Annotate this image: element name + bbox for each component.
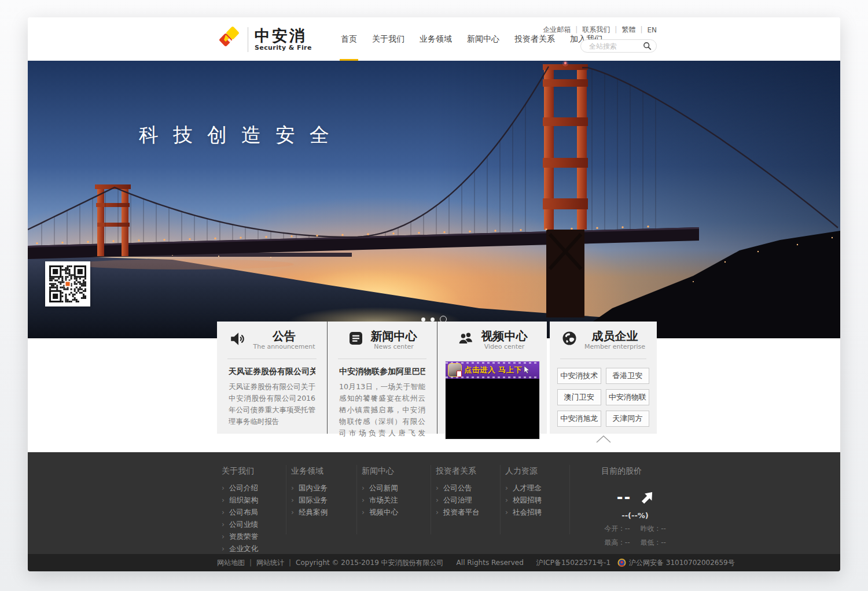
- top-link-mail[interactable]: 企业邮箱: [543, 25, 582, 35]
- logo-subtitle: Security & Fire: [255, 44, 312, 51]
- footer-link[interactable]: 视频中心: [362, 506, 398, 518]
- footer-col-title: 投资者关系: [436, 466, 480, 477]
- search-icon[interactable]: [643, 42, 652, 50]
- footer-link[interactable]: 人才理念: [505, 482, 542, 494]
- footer-link[interactable]: 公司业绩: [222, 518, 258, 530]
- people-icon: [457, 330, 475, 349]
- panel-news-header: 新闻中心 News center: [328, 322, 437, 354]
- announcement-item-title[interactable]: 天风证券股份有限公司关于中..: [229, 367, 315, 377]
- header-top-area: 企业邮箱 联系我们 繁體 EN: [543, 25, 657, 53]
- logo-divider: [248, 27, 248, 52]
- panel-title: 视频中心: [481, 330, 528, 342]
- footer-link[interactable]: 公司新闻: [362, 482, 398, 494]
- nav-item-news[interactable]: 新闻中心: [459, 17, 507, 61]
- nav-item-business[interactable]: 业务领域: [412, 17, 459, 61]
- icp-link[interactable]: 沪ICP备15022571号-1: [536, 558, 610, 568]
- panel-title: 公告: [253, 330, 315, 342]
- footer-link[interactable]: 组织架构: [222, 494, 258, 506]
- member-button-3[interactable]: 澳门卫安: [557, 389, 601, 405]
- panel-group: 公告 The announcement 天风证券股份有限公司关于中.. 天风证券…: [217, 322, 547, 434]
- member-button-6[interactable]: 天津同方: [606, 411, 650, 427]
- panel-subtitle: News center: [371, 343, 417, 350]
- footer-link[interactable]: 公司治理: [436, 494, 480, 506]
- panel-subtitle: The announcement: [253, 343, 315, 350]
- speaker-icon: [229, 330, 247, 350]
- cursor-icon: [524, 365, 529, 376]
- footer-link[interactable]: 校园招聘: [505, 494, 542, 506]
- footer-col-title: 业务领域: [291, 466, 328, 477]
- panel-video: 视频中心 Video center 点击进入 马上下: [437, 322, 547, 434]
- site-stats-link[interactable]: 网站统计: [256, 558, 284, 568]
- stock-prev-close: 昨收 : --: [641, 524, 666, 534]
- footer-link[interactable]: 资质荣誉: [222, 530, 258, 542]
- logo-icon: [217, 26, 241, 53]
- footer-link[interactable]: 企业文化: [222, 542, 258, 555]
- panel-news-body: 中安消物联参加阿里巴巴云栖.. 10月13日，一场关于智能感知的饕餮盛宴在杭州云…: [328, 359, 437, 440]
- carousel-dot-1[interactable]: [421, 317, 425, 322]
- panel-members-header: 成员企业 Member enterprise: [550, 322, 657, 354]
- video-banner-text: 点击进入 马上下: [465, 365, 523, 375]
- chevron-up-icon[interactable]: [596, 435, 611, 443]
- sitemap-link[interactable]: 网站地图: [217, 558, 245, 568]
- footer-col-news: 新闻中心 公司新闻 市场关注 视频中心: [362, 466, 398, 518]
- security-record-link[interactable]: 沪公网安备 31010702002659号: [629, 558, 735, 568]
- footer-link[interactable]: 公司公告: [436, 482, 480, 494]
- top-links: 企业邮箱 联系我们 繁體 EN: [543, 25, 657, 35]
- panel-announcement: 公告 The announcement 天风证券股份有限公司关于中.. 天风证券…: [217, 322, 327, 434]
- announcement-item-body: 天风证券股份有限公司关于中安消股份有限公司2016年公司债券重大事项受托管理事务…: [229, 381, 315, 427]
- news-icon: [348, 330, 364, 349]
- nav-item-home[interactable]: 首页: [333, 17, 365, 61]
- footer-divider: [431, 465, 431, 534]
- footer-divider: [500, 465, 501, 534]
- site-page: 中安消 Security & Fire 首页 关于我们 业务领域 新闻中心 投资…: [28, 17, 840, 571]
- qr-pattern: [49, 265, 86, 302]
- stock-title: 目前的股价: [587, 466, 683, 477]
- stock-widget: 目前的股价 -- --(--%) 今开 : -- 昨收 : -- 最高 : --: [587, 466, 683, 548]
- member-button-2[interactable]: 香港卫安: [606, 368, 650, 384]
- panel-announcement-body: 天风证券股份有限公司关于中.. 天风证券股份有限公司关于中安消股份有限公司201…: [217, 359, 327, 427]
- footer-link[interactable]: 投资者平台: [436, 506, 480, 518]
- top-link-en[interactable]: EN: [647, 26, 657, 34]
- footer-wrap: 关于我们 公司介绍 组织架构 公司布局 公司业绩 资质荣誉 企业文化 业务领域 …: [217, 452, 686, 554]
- stock-arrow-icon[interactable]: [640, 491, 653, 504]
- logo[interactable]: 中安消 Security & Fire: [217, 26, 312, 53]
- search-input[interactable]: [588, 42, 643, 51]
- logo-title: 中安消: [255, 27, 312, 44]
- copyright-text: Copyright © 2015-2019 中安消股份有限公司: [296, 558, 444, 568]
- panel-subtitle: Video center: [481, 343, 528, 350]
- panel-members: 成员企业 Member enterprise 中安消技术 香港卫安 澳门卫安 中…: [550, 322, 657, 434]
- footer-link[interactable]: 公司布局: [222, 506, 258, 518]
- top-link-traditional[interactable]: 繁體: [621, 25, 647, 35]
- footer-divider: [286, 465, 286, 534]
- site-header: 中安消 Security & Fire 首页 关于我们 业务领域 新闻中心 投资…: [28, 17, 840, 61]
- video-avatar: [448, 363, 462, 377]
- footer-link[interactable]: 经典案例: [291, 506, 328, 518]
- member-button-5[interactable]: 中安消旭龙: [557, 411, 601, 427]
- top-link-contact[interactable]: 联系我们: [582, 25, 621, 35]
- site-search: [580, 39, 657, 53]
- footer-link[interactable]: 社会招聘: [505, 506, 542, 518]
- carousel-dot-2[interactable]: [431, 317, 435, 322]
- footer-link[interactable]: 公司介绍: [222, 482, 258, 494]
- nav-item-about[interactable]: 关于我们: [365, 17, 412, 61]
- member-button-1[interactable]: 中安消技术: [557, 368, 601, 384]
- member-button-4[interactable]: 中安消物联: [606, 389, 650, 405]
- logo-text: 中安消 Security & Fire: [255, 27, 312, 51]
- footer-link[interactable]: 市场关注: [362, 494, 398, 506]
- hero-headline: 科技创造安全: [139, 122, 344, 149]
- footer-col-hr: 人力资源 人才理念 校园招聘 社会招聘: [505, 466, 542, 518]
- video-banner: 点击进入 马上下: [446, 361, 539, 379]
- stock-change: --(--%): [587, 511, 683, 520]
- footer-divider: [356, 465, 357, 534]
- footer-col-title: 新闻中心: [362, 466, 398, 477]
- qr-code: [45, 261, 90, 306]
- stock-open: 今开 : --: [604, 524, 630, 534]
- video-thumbnail[interactable]: 点击进入 马上下: [445, 361, 540, 439]
- hero-carousel: 科技创造安全: [28, 61, 840, 338]
- footer-link[interactable]: 国内业务: [291, 482, 328, 494]
- news-item-body: 10月13日，一场关于智能感知的饕餮盛宴在杭州云栖小镇震撼启幕，中安消物联传感（…: [339, 381, 425, 440]
- footer-link[interactable]: 国际业务: [291, 494, 328, 506]
- separator: |: [289, 559, 291, 567]
- bottom-bar: 网站地图 | 网站统计 | Copyright © 2015-2019 中安消股…: [28, 554, 840, 571]
- news-item-title[interactable]: 中安消物联参加阿里巴巴云栖..: [339, 367, 425, 377]
